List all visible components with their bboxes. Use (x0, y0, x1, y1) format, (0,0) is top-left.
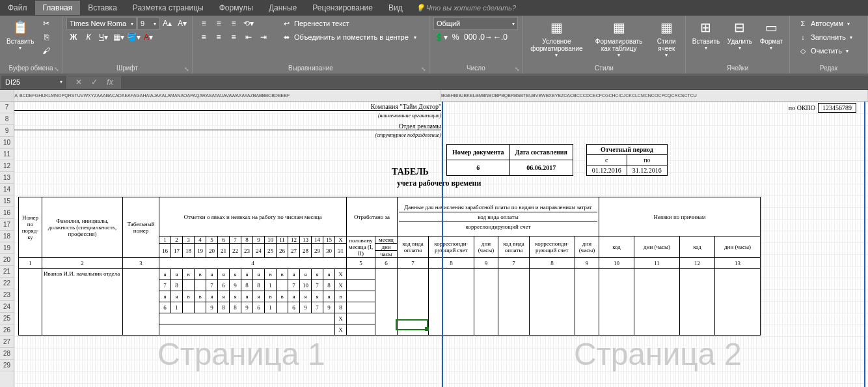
align-center-button[interactable]: ≡ (211, 31, 226, 44)
tab-view[interactable]: Вид (381, 1, 411, 15)
cond-format-button[interactable]: ▦Условное форматирование▾ (527, 17, 586, 59)
group-number: Общий▾ 💲▾ % 000 .0→ ←.0 Число ⤡ (429, 16, 523, 74)
cells-grid[interactable]: Страница 1 Страница 2 по ОКПО 123456789 … (14, 102, 868, 387)
border-button[interactable]: ▦▾ (111, 31, 126, 44)
row-headers[interactable]: 7891011121314151617181920212223242526272… (0, 102, 14, 387)
number-format-combo[interactable]: Общий▾ (433, 17, 518, 30)
row-header[interactable]: 12 (0, 160, 14, 172)
row-header[interactable]: 11 (0, 149, 14, 160)
insert-cells-button[interactable]: ⊞Вставить▾ (690, 17, 722, 52)
period-header: Отчетный период (586, 145, 667, 155)
orientation-button[interactable]: ⟲▾ (241, 17, 256, 30)
copy-icon: ⎘ (44, 33, 49, 42)
shrink-font-button[interactable]: A▾ (175, 17, 189, 30)
row-header[interactable]: 10 (0, 137, 14, 149)
font-name-combo[interactable]: Times New Roma▾ (66, 17, 137, 30)
font-size-combo[interactable]: 9▾ (137, 17, 159, 30)
align-middle-button[interactable]: ≡ (211, 17, 226, 30)
row-header[interactable]: 17 (0, 219, 14, 231)
dec-decimal-button[interactable]: ←.0 (493, 31, 508, 44)
col-dh2a: дни (часы) (474, 236, 498, 258)
indent-dec-button[interactable]: ⇤ (241, 31, 256, 44)
tab-insert[interactable]: Вставка (80, 1, 125, 15)
name-box[interactable]: DI25▾ (1, 76, 66, 89)
percent-button[interactable]: % (448, 31, 463, 44)
tab-layout[interactable]: Разметка страницы (125, 1, 211, 15)
alignment-launcher[interactable]: ⤡ (421, 66, 427, 72)
delete-cells-button[interactable]: ⊟Удалить▾ (725, 17, 755, 52)
align-top-button[interactable]: ≡ (197, 17, 211, 30)
italic-button[interactable]: К (81, 31, 96, 44)
align-bottom-button[interactable]: ≡ (226, 17, 241, 30)
font-color-button[interactable]: A▾ (141, 31, 156, 44)
row-header[interactable]: 29 (0, 360, 14, 371)
row-header[interactable]: 25 (0, 313, 14, 324)
tab-review[interactable]: Рецензирование (305, 1, 381, 15)
row-header[interactable]: 27 (0, 336, 14, 348)
period-from-header: с (586, 155, 627, 165)
row-header[interactable]: 19 (0, 242, 14, 254)
row-header[interactable]: 23 (0, 289, 14, 301)
period-to-value: 31.12.2016 (627, 165, 667, 176)
col-fio: Фамилия, инициалы, должность (специально… (42, 197, 123, 258)
tab-home[interactable]: Главная (35, 1, 81, 15)
col-paycode: код вида оплаты (399, 212, 597, 222)
tab-formulas[interactable]: Формулы (211, 1, 261, 15)
cut-button[interactable]: ✂ (39, 17, 53, 30)
tell-me-search[interactable]: 💡 Что вы хотите сделать? (416, 4, 516, 12)
row-header[interactable]: 18 (0, 231, 14, 242)
tab-file[interactable]: Файл (0, 1, 35, 15)
align-left-button[interactable]: ≡ (197, 31, 211, 44)
grow-font-button[interactable]: A▴ (160, 17, 174, 30)
row-header[interactable]: 13 (0, 172, 14, 184)
currency-button[interactable]: 💲▾ (433, 31, 448, 44)
fx-button[interactable]: fx (103, 76, 117, 89)
formula-input[interactable] (121, 76, 868, 89)
format-cells-button[interactable]: ▭Формат▾ (757, 17, 785, 52)
row-header[interactable]: 14 (0, 184, 14, 195)
merge-center-button[interactable]: ⬌Объединить и поместить в центре▾ (277, 31, 420, 44)
row-header[interactable]: 16 (0, 207, 14, 219)
row-header[interactable]: 28 (0, 348, 14, 360)
align-right-button[interactable]: ≡ (226, 31, 241, 44)
clear-button[interactable]: ◇Очистить▾ (794, 44, 852, 57)
row-header[interactable]: 7 (0, 102, 14, 113)
col-number: 7 (398, 258, 429, 269)
worksheet-area[interactable]: A BCDEFGHIJKLMNOPQRSTUVWXYZAAABACADAEAFA… (0, 90, 868, 387)
copy-button[interactable]: ⎘ (39, 31, 53, 44)
clipboard-launcher[interactable]: ⤡ (54, 66, 61, 72)
enter-formula-button[interactable]: ✓ (87, 76, 102, 89)
row-header[interactable]: 8 (0, 113, 14, 125)
number-launcher[interactable]: ⤡ (515, 66, 521, 72)
indent-inc-button[interactable]: ⇥ (256, 31, 271, 44)
fill-button[interactable]: ↓Заполнить▾ (794, 31, 856, 44)
row-header[interactable]: 24 (0, 301, 14, 313)
autosum-button[interactable]: ΣАвтосумм▾ (794, 17, 854, 30)
column-headers[interactable]: A BCDEFGHIJKLMNOPQRSTUVWXYZAAABACADAEAFA… (0, 90, 868, 102)
inc-decimal-button[interactable]: .0→ (478, 31, 493, 44)
col-number: 10 (599, 258, 634, 269)
paste-button[interactable]: 📋 Вставить ▾ (4, 17, 36, 52)
comma-button[interactable]: 000 (463, 31, 478, 44)
wrap-text-button[interactable]: ↩Перенести текст (277, 17, 420, 30)
fill-color-button[interactable]: 🪣▾ (126, 31, 141, 44)
underline-button[interactable]: Ч▾ (96, 31, 111, 44)
tab-data[interactable]: Данные (261, 1, 305, 15)
row-header[interactable]: 21 (0, 266, 14, 278)
bucket-icon: 🪣 (127, 33, 137, 42)
cell-styles-button[interactable]: ▦Стили ячеек▾ (651, 17, 681, 59)
font-launcher[interactable]: ⤡ (184, 66, 191, 72)
select-all-corner[interactable] (0, 90, 14, 101)
row-header[interactable]: 9 (0, 125, 14, 137)
row-header[interactable]: 15 (0, 195, 14, 207)
col-number: 9 (575, 258, 599, 269)
cancel-formula-button[interactable]: ✕ (72, 76, 86, 89)
format-table-button[interactable]: ▦Форматировать как таблицу▾ (589, 17, 649, 59)
row-header[interactable]: 22 (0, 278, 14, 289)
col-number: 2 (42, 258, 123, 269)
row-header[interactable]: 26 (0, 324, 14, 336)
brush-icon: 🖌 (42, 46, 50, 55)
format-painter-button[interactable]: 🖌 (39, 44, 53, 57)
bold-button[interactable]: Ж (66, 31, 81, 44)
row-header[interactable]: 20 (0, 254, 14, 266)
